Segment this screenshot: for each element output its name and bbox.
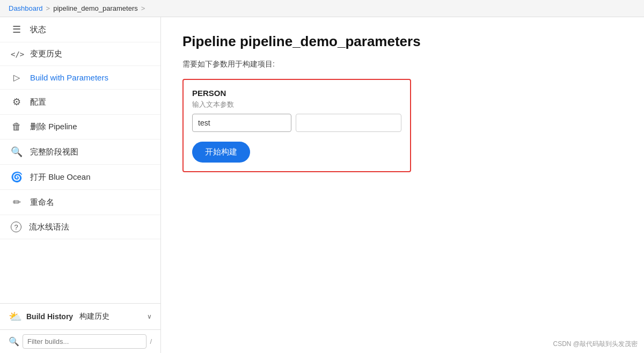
sidebar-item-history[interactable]: </> 变更历史 xyxy=(0,42,160,66)
breadcrumb-home[interactable]: Dashboard xyxy=(9,4,43,12)
breadcrumb: Dashboard > pipeline_demo_parameters > xyxy=(0,0,644,17)
param-input-wide[interactable] xyxy=(296,114,401,132)
param-input[interactable] xyxy=(192,114,291,132)
search-small-icon: 🔍 xyxy=(9,336,19,347)
breadcrumb-sep2: > xyxy=(141,4,145,12)
param-box: PERSON 输入文本参数 开始构建 xyxy=(182,79,411,172)
build-history-label-cn: 构建历史 xyxy=(79,312,109,321)
filter-builds-input[interactable] xyxy=(23,334,147,349)
sidebar-item-config[interactable]: ⚙ 配置 xyxy=(0,90,160,115)
filter-builds-section: 🔍 / xyxy=(0,329,160,353)
sidebar-nav: ☰ 状态 </> 变更历史 ▷ Build with Parameters ⚙ … xyxy=(0,17,160,303)
pencil-icon: ✏ xyxy=(11,196,23,208)
build-button[interactable]: 开始构建 xyxy=(192,142,250,163)
history-icon: </> xyxy=(11,50,23,58)
param-label: PERSON xyxy=(192,89,401,98)
build-history-header[interactable]: ⛅ Build History 构建历史 ∨ xyxy=(0,303,160,329)
sidebar: ☰ 状态 </> 变更历史 ▷ Build with Parameters ⚙ … xyxy=(0,17,161,353)
sidebar-label-status: 状态 xyxy=(30,25,46,35)
sidebar-item-blue-ocean[interactable]: 🌀 打开 Blue Ocean xyxy=(0,165,160,190)
blue-ocean-icon: 🌀 xyxy=(11,171,23,183)
cloud-icon: ⛅ xyxy=(9,310,22,323)
question-icon: ? xyxy=(11,222,21,232)
sidebar-label-build-params: Build with Parameters xyxy=(30,73,108,82)
sidebar-item-delete[interactable]: 🗑 删除 Pipeline xyxy=(0,115,160,139)
page-title: Pipeline pipeline_demo_parameters xyxy=(182,33,623,50)
sidebar-item-status[interactable]: ☰ 状态 xyxy=(0,17,160,42)
sidebar-label-syntax: 流水线语法 xyxy=(29,222,69,232)
chevron-down-icon: ∨ xyxy=(147,313,152,320)
gear-icon: ⚙ xyxy=(11,96,23,108)
sidebar-item-build-params[interactable]: ▷ Build with Parameters xyxy=(0,66,160,90)
search-icon: 🔍 xyxy=(11,146,23,158)
sidebar-item-syntax[interactable]: ? 流水线语法 xyxy=(0,215,160,239)
sidebar-label-stage-view: 完整阶段视图 xyxy=(30,147,78,157)
sidebar-item-rename[interactable]: ✏ 重命名 xyxy=(0,190,160,215)
param-input-row xyxy=(192,114,401,132)
build-history-label-en: Build History xyxy=(26,312,73,321)
sidebar-label-rename: 重命名 xyxy=(30,197,54,208)
watermark: CSDN @敲代码敲到头发茂密 xyxy=(553,340,638,349)
trash-icon: 🗑 xyxy=(11,121,23,133)
sidebar-label-history: 变更历史 xyxy=(30,49,62,59)
filter-slash: / xyxy=(150,337,152,345)
breadcrumb-project: pipeline_demo_parameters xyxy=(53,4,138,12)
page-subtitle: 需要如下参数用于构建项目: xyxy=(182,60,623,69)
sidebar-label-config: 配置 xyxy=(30,97,46,107)
main-content: Pipeline pipeline_demo_parameters 需要如下参数… xyxy=(161,17,644,353)
sidebar-label-delete: 删除 Pipeline xyxy=(30,122,77,132)
breadcrumb-sep1: > xyxy=(46,4,50,12)
param-hint: 输入文本参数 xyxy=(192,100,401,109)
play-icon: ▷ xyxy=(11,72,23,83)
status-icon: ☰ xyxy=(11,24,23,35)
sidebar-item-stage-view[interactable]: 🔍 完整阶段视图 xyxy=(0,139,160,165)
sidebar-label-blue-ocean: 打开 Blue Ocean xyxy=(30,172,91,182)
